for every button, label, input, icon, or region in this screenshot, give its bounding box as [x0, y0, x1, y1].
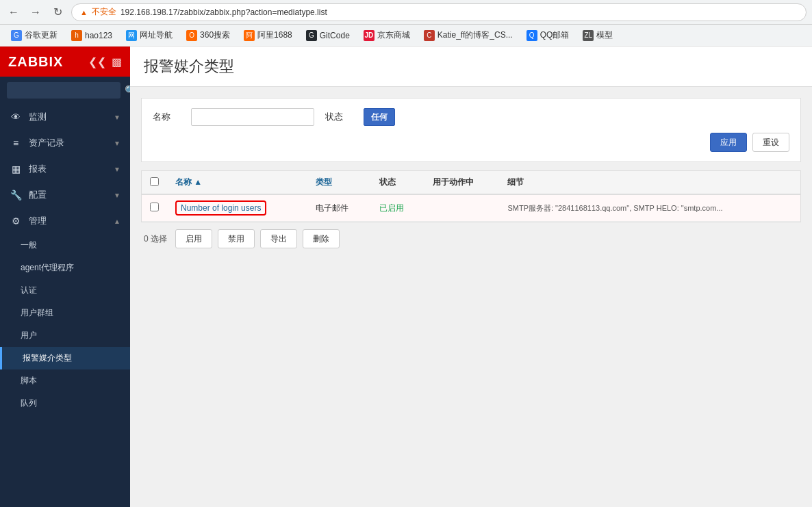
bookmark-jd[interactable]: JD 京东商城	[358, 27, 416, 43]
sidebar-item-assets[interactable]: ≡ 资产记录 ▼	[0, 130, 130, 156]
page-title: 报警媒介类型	[144, 56, 798, 77]
sidebar-label-admin: 管理	[29, 215, 107, 227]
select-all-checkbox[interactable]	[150, 177, 159, 186]
360-icon: O	[186, 30, 197, 41]
col-header-detail: 细节	[499, 171, 800, 194]
gitcode-icon: G	[306, 30, 317, 41]
select-all-header	[142, 171, 167, 194]
bookmark-model[interactable]: ZL 模型	[577, 27, 618, 43]
sidebar-label-reports: 报表	[29, 163, 107, 175]
filter-name-label: 名称	[153, 111, 180, 123]
subnav-auth[interactable]: 认证	[0, 279, 130, 302]
bookmark-360[interactable]: O 360搜索	[181, 27, 236, 43]
content-area: 名称 状态 任何 应用 重设	[130, 87, 812, 266]
bookmark-nav[interactable]: 网 网址导航	[120, 27, 178, 43]
bookmark-katie[interactable]: C Katie_ff的博客_CS...	[418, 27, 518, 43]
subnav-label-general: 一般	[21, 239, 37, 251]
eye-icon: 👁	[10, 112, 22, 122]
export-button[interactable]: 导出	[260, 229, 297, 248]
delete-button[interactable]: 删除	[303, 229, 340, 248]
bookmarks-bar: G 谷歌更新 h hao123 网 网址导航 O 360搜索 阿 阿里1688 …	[0, 25, 812, 47]
wrench-icon: 🔧	[10, 190, 22, 200]
filter-row: 名称 状态 任何	[153, 108, 789, 126]
subnav-agent[interactable]: agent代理程序	[0, 257, 130, 279]
filter-name-input[interactable]	[191, 108, 314, 126]
address-bar[interactable]: ▲ 不安全 192.168.198.17/zabbix/zabbix.php?a…	[71, 3, 807, 21]
sidebar-item-reports[interactable]: ▦ 报表 ▼	[0, 156, 130, 182]
bottom-toolbar: 0 选择 启用 禁用 导出 删除	[141, 222, 801, 255]
browser-bar: ← → ↻ ▲ 不安全 192.168.198.17/zabbix/zabbix…	[0, 0, 812, 25]
sidebar-search-box: 🔍	[0, 77, 130, 104]
apply-button[interactable]: 应用	[710, 133, 747, 152]
row-type-value: 电子邮件	[316, 203, 348, 213]
security-label: 不安全	[92, 6, 116, 18]
subnav-mediatype[interactable]: 报警媒介类型	[0, 347, 130, 369]
chevron-down-icon-config: ▼	[114, 192, 120, 199]
zabbix-logo: ZABBIX	[8, 54, 63, 70]
sort-type-link[interactable]: 类型	[316, 177, 332, 187]
table-row: Number of login users 电子邮件 已启用	[142, 194, 800, 222]
subnav-label-users: 用户	[21, 330, 37, 341]
chevron-up-icon-admin: ▲	[114, 218, 120, 225]
col-header-type: 类型	[307, 171, 372, 194]
sidebar-item-config[interactable]: 🔧 配置 ▼	[0, 182, 130, 208]
filter-panel: 名称 状态 任何 应用 重设	[141, 98, 801, 162]
bookmark-qq[interactable]: Q QQ邮箱	[521, 27, 575, 43]
disable-button[interactable]: 禁用	[218, 229, 255, 248]
sidebar-search-input[interactable]	[7, 82, 120, 99]
subnav-usergroups[interactable]: 用户群组	[0, 302, 130, 324]
sidebar-label-config: 配置	[29, 189, 107, 201]
subnav-queue[interactable]: 队列	[0, 392, 130, 415]
subnav-label-usergroups: 用户群组	[21, 307, 53, 319]
mediatype-name-link[interactable]: Number of login users	[181, 203, 261, 213]
enable-button[interactable]: 启用	[175, 229, 212, 248]
subnav-scripts[interactable]: 脚本	[0, 369, 130, 392]
row-checkbox[interactable]	[150, 203, 159, 211]
row-type-cell: 电子邮件	[307, 194, 372, 222]
page-header: 报警媒介类型	[130, 47, 812, 87]
subnav-label-mediatype: 报警媒介类型	[23, 352, 72, 364]
forward-button[interactable]: →	[27, 4, 44, 21]
subnav-label-agent: agent代理程序	[21, 262, 74, 274]
row-used-in-cell	[424, 194, 499, 222]
sidebar-item-admin[interactable]: ⚙ 管理 ▲	[0, 208, 130, 234]
subnav-label-scripts: 脚本	[21, 375, 37, 387]
subnav-users[interactable]: 用户	[0, 324, 130, 347]
bookmark-1688[interactable]: 阿 阿里1688	[238, 27, 298, 43]
col-header-used-in: 用于动作中	[424, 171, 499, 194]
gear-icon: ⚙	[10, 216, 22, 226]
layout-icon[interactable]: ▩	[112, 55, 122, 68]
filter-status-select[interactable]: 任何	[364, 108, 395, 126]
reset-button[interactable]: 重设	[752, 133, 789, 152]
bookmark-google[interactable]: G 谷歌更新	[5, 27, 63, 43]
sidebar: ZABBIX ❮❮ ▩ 🔍 👁 监测 ▼ ≡ 资产记录 ▼ ▦ 报表	[0, 47, 130, 507]
media-type-table: 名称 ▲ 类型 状态 用于动作中 细节	[142, 171, 800, 222]
sidebar-label-assets: 资产记录	[29, 137, 107, 149]
chevron-down-icon: ▼	[114, 114, 120, 121]
subnav-general[interactable]: 一般	[0, 234, 130, 257]
google-icon: G	[11, 30, 22, 41]
sidebar-label-monitor: 监测	[29, 111, 107, 123]
row-checkbox-cell	[142, 194, 167, 222]
refresh-button[interactable]: ↻	[49, 4, 66, 21]
row-name-cell: Number of login users	[167, 194, 307, 222]
ali-icon: 阿	[244, 30, 255, 41]
row-detail-text: SMTP服务器: "2841168113.qq.com", SMTP HELO:…	[507, 204, 722, 212]
sidebar-nav: 👁 监测 ▼ ≡ 资产记录 ▼ ▦ 报表 ▼ 🔧 配置 ▼ ⚙ 管理	[0, 104, 130, 507]
bookmark-gitcode[interactable]: G GitCode	[301, 28, 355, 43]
selection-count: 0 选择	[144, 233, 167, 245]
list-icon: ≡	[10, 138, 22, 148]
lock-icon: ▲	[80, 8, 88, 16]
sidebar-item-monitor[interactable]: 👁 监测 ▼	[0, 104, 130, 130]
back-button[interactable]: ←	[5, 4, 22, 21]
nav-icon: 网	[126, 30, 137, 41]
row-status-cell: 已启用	[371, 194, 424, 222]
collapse-icon[interactable]: ❮❮	[88, 55, 106, 68]
subnav-label-auth: 认证	[21, 285, 37, 296]
sidebar-header-icons: ❮❮ ▩	[88, 55, 122, 68]
main-content: 报警媒介类型 名称 状态 任何 应用 重设	[130, 47, 812, 507]
table-header-row: 名称 ▲ 类型 状态 用于动作中 细节	[142, 171, 800, 194]
csdn-icon: C	[424, 30, 435, 41]
bookmark-hao123[interactable]: h hao123	[66, 28, 118, 43]
sort-name-link[interactable]: 名称 ▲	[175, 177, 202, 187]
